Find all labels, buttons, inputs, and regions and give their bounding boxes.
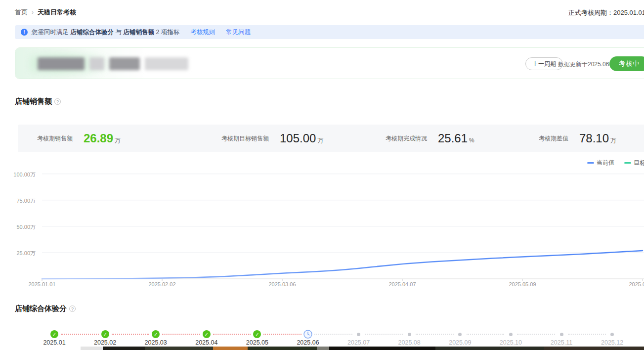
y-axis-tick-label: 75.00万	[5, 197, 36, 205]
stat-label: 考核期完成情况	[386, 134, 427, 143]
help-icon[interactable]: ?	[54, 98, 61, 105]
timeline-month-label: 2025.09	[439, 339, 481, 346]
y-axis-tick-label: 100.00万	[5, 171, 36, 178]
timeline-month-label: 2025.10	[490, 339, 531, 346]
stat-value: 105.00万	[280, 131, 323, 145]
assessment-period-value: 2025.01.01 - 2025.12.31	[613, 9, 644, 16]
stat-value: 26.89万	[84, 131, 121, 145]
pending-dot-icon	[560, 333, 563, 336]
strip-segment	[145, 347, 213, 350]
timeline-month-label: 2025.07	[338, 339, 380, 346]
assessment-period-text: 正式考核周期：2025.01.01 - 2025.12.31	[568, 8, 644, 17]
strip-segment	[317, 347, 329, 350]
x-axis-tick-label: 2025.01.01	[20, 281, 64, 287]
timeline-month-label: 2025.11	[541, 339, 582, 346]
breadcrumb: 首页 › 天猫日常考核	[15, 8, 76, 17]
sales-line-chart	[0, 158, 644, 290]
timeline-connector	[263, 334, 301, 335]
strip-segment	[329, 347, 435, 350]
timeline-node-2025.11	[560, 333, 563, 336]
stat-item: 考核期差值78.10万	[539, 125, 616, 152]
timeline-month-label: 2025.06	[287, 339, 329, 346]
strip-segment	[248, 347, 317, 350]
breadcrumb-home-link[interactable]: 首页	[15, 8, 28, 17]
info-icon: !	[21, 29, 28, 36]
stat-item: 考核期完成情况25.61%	[386, 125, 474, 152]
x-axis-tick-label: 2025.02.02	[140, 281, 184, 287]
timeline-connector	[568, 334, 606, 335]
check-circle-icon: ✓	[152, 330, 160, 338]
timeline-node-2025.10	[509, 333, 513, 336]
timeline-connector	[365, 334, 403, 335]
notice-text: 您需同时满足 店铺综合体验分 与 店铺销售额 2 项指标	[32, 28, 179, 37]
strip-segment	[0, 347, 81, 350]
sales-section-title: 店铺销售额 ?	[15, 97, 61, 106]
breadcrumb-separator-icon: ›	[32, 9, 34, 16]
timeline-node-2025.08	[408, 333, 411, 336]
experience-title-text: 店铺综合体验分	[15, 304, 67, 313]
shop-summary-card: 上一周期 数据更新于2025.06.09 考核中	[15, 47, 644, 79]
timeline-node-2025.09	[458, 333, 462, 336]
faq-link[interactable]: 常见问题	[226, 28, 251, 37]
timeline-node-2025.07	[357, 333, 360, 336]
timeline-month-label: 2025.05	[236, 339, 278, 346]
shop-name-redacted	[38, 57, 188, 70]
timeline-month-label: 2025.12	[592, 339, 633, 346]
x-axis-tick-label: 2025.04.07	[380, 281, 425, 287]
clock-icon	[303, 330, 312, 339]
timeline-connector	[162, 334, 200, 335]
timeline-connector	[314, 334, 352, 335]
x-axis-tick-label: 2025.05.09	[500, 281, 545, 287]
data-updated-text: 数据更新于2025.06.09	[558, 60, 617, 69]
series-line-当前值	[42, 251, 643, 279]
experience-section-title: 店铺综合体验分 ?	[15, 304, 76, 313]
timeline-connector	[112, 334, 150, 335]
stat-item: 考核期目标销售额105.00万	[221, 125, 323, 152]
timeline-connector	[61, 334, 99, 335]
pending-dot-icon	[357, 333, 360, 336]
timeline-month-label: 2025.02	[85, 339, 126, 346]
strip-segment	[103, 347, 145, 350]
timeline-node-2025.04: ✓	[203, 330, 211, 338]
sales-stats-bar: 考核期销售额26.89万考核期目标销售额105.00万考核期完成情况25.61%…	[18, 125, 644, 152]
assessment-period-label: 正式考核周期：	[568, 9, 613, 16]
pending-dot-icon	[509, 333, 513, 336]
below-fold-content-strip	[0, 347, 644, 350]
x-axis-tick-label: 2025.06.10	[620, 281, 644, 287]
y-axis-tick-label: 50.00万	[5, 223, 36, 231]
timeline-node-2025.12	[610, 333, 614, 336]
pending-dot-icon	[408, 333, 411, 336]
stat-value: 78.10万	[579, 131, 616, 145]
timeline-node-2025.05: ✓	[253, 330, 261, 338]
check-circle-icon: ✓	[50, 330, 58, 338]
stat-label: 考核期销售额	[37, 134, 73, 143]
check-circle-icon: ✓	[253, 330, 261, 338]
strip-segment	[81, 347, 103, 350]
strip-segment	[213, 347, 248, 350]
assessment-rules-link[interactable]: 考核规则	[190, 28, 215, 37]
timeline-connector	[517, 334, 555, 335]
experience-month-timeline: ✓2025.01✓2025.02✓2025.03✓2025.04✓2025.05…	[0, 324, 644, 347]
stat-label: 考核期差值	[539, 134, 568, 143]
check-circle-icon: ✓	[101, 330, 109, 338]
notice-banner: ! 您需同时满足 店铺综合体验分 与 店铺销售额 2 项指标 考核规则 常见问题	[15, 25, 644, 39]
stat-value: 25.61%	[438, 131, 474, 145]
breadcrumb-current: 天猫日常考核	[38, 8, 76, 17]
help-icon[interactable]: ?	[69, 306, 76, 312]
previous-period-button[interactable]: 上一周期	[525, 57, 563, 70]
timeline-connector	[416, 334, 454, 335]
pending-dot-icon	[458, 333, 462, 336]
y-axis-tick-label: 25.00万	[5, 250, 36, 257]
sales-title-text: 店铺销售额	[15, 97, 52, 106]
timeline-month-label: 2025.01	[34, 339, 75, 346]
status-badge: 考核中	[609, 56, 644, 71]
strip-segment	[435, 347, 544, 350]
strip-segment	[544, 347, 644, 350]
timeline-connector	[467, 334, 505, 335]
timeline-month-label: 2025.08	[388, 339, 430, 346]
check-circle-icon: ✓	[203, 330, 211, 338]
stat-item: 考核期销售额26.89万	[37, 125, 121, 152]
timeline-node-2025.01: ✓	[50, 330, 58, 338]
pending-dot-icon	[610, 333, 614, 336]
timeline-month-label: 2025.04	[186, 339, 227, 346]
